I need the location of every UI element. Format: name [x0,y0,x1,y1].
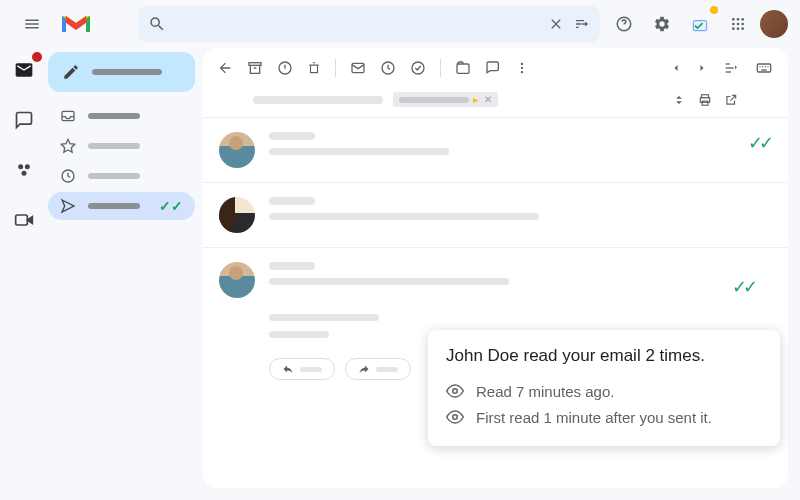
label-button[interactable] [485,60,501,76]
delete-button[interactable] [307,60,321,76]
svg-rect-22 [457,64,469,73]
svg-point-4 [741,18,744,21]
extension-badge[interactable] [684,8,716,40]
folder-sidebar: ✓✓ [48,48,203,500]
settings-button[interactable] [646,8,678,40]
next-button[interactable] [696,62,708,74]
rail-meet[interactable] [8,204,40,236]
read-receipt-icon[interactable]: ✓✓ [748,132,770,154]
star-icon [60,138,76,154]
popup-title: John Doe read your email 2 times. [446,346,762,366]
svg-point-2 [732,18,735,21]
svg-point-33 [765,66,766,67]
svg-point-21 [412,62,424,74]
nav-snoozed[interactable] [48,162,195,190]
label-chip[interactable]: ▸✕ [393,92,498,107]
svg-point-31 [759,66,760,67]
body-line-placeholder [269,331,329,338]
search-options-icon[interactable] [574,16,590,32]
sent-icon [60,198,76,214]
rail-chat[interactable] [8,104,40,136]
header-actions [608,8,788,40]
svg-point-39 [453,415,458,420]
spam-button[interactable] [277,60,293,76]
more-button[interactable] [515,60,529,76]
clear-search-icon[interactable] [548,16,564,32]
svg-rect-17 [249,63,261,66]
svg-point-32 [762,66,763,67]
svg-rect-28 [726,71,731,72]
svg-point-8 [732,27,735,30]
svg-point-38 [453,389,458,394]
sender-name-placeholder [269,262,315,270]
snooze-button[interactable] [380,60,396,76]
compose-button[interactable] [48,52,195,92]
gmail-logo [60,12,92,36]
svg-point-5 [732,23,735,26]
clock-icon [60,168,76,184]
nav-sent[interactable]: ✓✓ [48,192,195,220]
svg-point-24 [521,67,523,69]
snippet-placeholder [269,148,449,155]
message-collapsed-1[interactable]: ✓✓ [203,117,788,182]
message-collapsed-2[interactable] [203,182,788,247]
search-bar[interactable] [138,6,600,42]
mark-unread-button[interactable] [350,60,366,76]
svg-point-6 [737,23,740,26]
svg-point-34 [767,66,768,67]
read-receipt-popup: John Doe read your email 2 times. Read 7… [428,330,780,446]
prev-button[interactable] [670,62,682,74]
svg-rect-30 [761,69,766,70]
rail-spaces[interactable] [8,154,40,186]
message-toolbar [203,48,788,88]
apps-button[interactable] [722,8,754,40]
subject-placeholder [253,96,383,104]
read-receipt-icon[interactable]: ✓✓ [732,276,754,298]
svg-point-9 [737,27,740,30]
forward-button[interactable] [345,358,411,380]
sender-name-placeholder [269,132,315,140]
archive-button[interactable] [247,60,263,76]
recipient-placeholder [269,278,509,285]
help-button[interactable] [608,8,640,40]
svg-point-11 [18,164,23,169]
snippet-placeholder [269,213,539,220]
input-tools-button[interactable] [722,60,740,76]
app-rail [0,48,48,500]
svg-rect-14 [16,215,28,225]
compose-label-placeholder [92,69,162,75]
remove-label-icon[interactable]: ✕ [484,94,492,105]
read-check-icon: ✓✓ [159,198,183,214]
reply-button[interactable] [269,358,335,380]
svg-point-3 [737,18,740,21]
svg-point-7 [741,23,744,26]
account-avatar[interactable] [760,10,788,38]
notification-dot [32,52,42,62]
back-button[interactable] [217,60,233,76]
subject-row: ▸✕ [203,88,788,117]
nav-inbox[interactable] [48,102,195,130]
print-button[interactable] [698,93,712,107]
body-line-placeholder [269,314,379,321]
header [0,0,800,48]
add-task-button[interactable] [410,60,426,76]
inbox-icon [60,108,76,124]
pencil-icon [62,63,80,81]
expand-toggle-icon[interactable] [672,93,686,107]
open-new-window-button[interactable] [724,93,738,107]
nav-starred[interactable] [48,132,195,160]
keyboard-button[interactable] [754,60,774,76]
search-icon [148,15,166,33]
svg-point-10 [741,27,744,30]
eye-icon [446,408,464,426]
move-button[interactable] [455,60,471,76]
svg-rect-26 [726,63,730,64]
sender-avatar [219,132,255,168]
popup-first-read: First read 1 minute after you sent it. [446,404,762,430]
svg-point-25 [521,71,523,73]
rail-mail[interactable] [8,54,40,86]
svg-rect-29 [757,64,770,72]
sender-avatar [219,262,255,298]
main-menu-button[interactable] [12,4,52,44]
popup-last-read: Read 7 minutes ago. [446,378,762,404]
